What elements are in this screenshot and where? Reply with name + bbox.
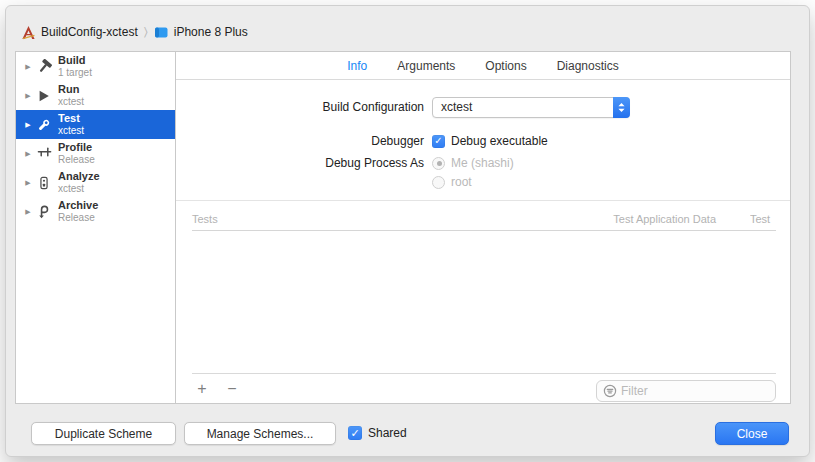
sidebar-item-label: Run [58, 83, 84, 96]
shared-label: Shared [368, 426, 407, 440]
dialog-footer: Duplicate Scheme Manage Schemes... ✓ Sha… [6, 422, 809, 446]
remove-test-button[interactable]: − [224, 380, 240, 398]
manage-schemes-button[interactable]: Manage Schemes... [184, 422, 336, 445]
sidebar-item-archive[interactable]: ▶ Archive Release [16, 197, 175, 226]
screen: BuildConfig-xctest 〉 iPhone 8 Plus ▶ Bui… [0, 0, 815, 462]
detail-tabbar: Info Arguments Options Diagnostics [176, 52, 790, 80]
shared-checkbox-row: ✓ Shared [348, 426, 407, 440]
close-button[interactable]: Close [715, 422, 789, 445]
disclosure-triangle-icon[interactable]: ▶ [22, 63, 34, 71]
debug-process-as-root-row: root [176, 173, 472, 191]
section-divider [176, 200, 790, 201]
scheme-detail-panel: Info Arguments Options Diagnostics Build… [175, 51, 791, 404]
filter-field[interactable] [596, 380, 776, 402]
breadcrumb-destination[interactable]: iPhone 8 Plus [174, 25, 248, 39]
wrench-icon [34, 118, 54, 132]
scheme-actions-sidebar: ▶ Build 1 target ▶ Run xctest ▶ [15, 51, 175, 404]
sidebar-item-label: Test [58, 112, 84, 125]
sidebar-item-sublabel: xctest [58, 96, 84, 108]
sidebar-item-label: Analyze [58, 170, 100, 183]
tab-diagnostics[interactable]: Diagnostics [557, 59, 619, 73]
build-configuration-popup[interactable]: xctest [432, 97, 630, 118]
sidebar-item-label: Profile [58, 141, 95, 154]
sidebar-item-label: Build [58, 54, 92, 67]
build-configuration-value: xctest [433, 100, 613, 114]
column-header-test: Test [750, 213, 776, 225]
sidebar-item-sublabel: xctest [58, 125, 84, 137]
sidebar-item-build[interactable]: ▶ Build 1 target [16, 52, 175, 81]
device-icon [154, 26, 169, 39]
edit-scheme-dialog: BuildConfig-xctest 〉 iPhone 8 Plus ▶ Bui… [5, 5, 810, 457]
breadcrumb-separator: 〉 [144, 25, 148, 39]
hammer-icon [34, 59, 54, 74]
debug-as-me-radio [432, 157, 445, 170]
disclosure-triangle-icon[interactable]: ▶ [22, 208, 34, 216]
column-header-test-application-data: Test Application Data [613, 213, 716, 225]
sidebar-item-test[interactable]: ▶ Test xctest [16, 110, 175, 139]
column-header-tests: Tests [192, 213, 613, 225]
caliper-icon [34, 146, 54, 161]
sidebar-item-sublabel: 1 target [58, 67, 92, 79]
disclosure-triangle-icon[interactable]: ▶ [22, 179, 34, 187]
duplicate-scheme-button[interactable]: Duplicate Scheme [31, 422, 176, 445]
play-icon [34, 89, 54, 103]
sidebar-item-label: Archive [58, 199, 98, 212]
debug-process-as-row: Debug Process As Me (shashi) [176, 154, 514, 172]
filter-input[interactable] [621, 384, 769, 398]
debugger-label: Debugger [176, 134, 432, 148]
debug-as-me-label: Me (shashi) [451, 156, 514, 170]
sidebar-item-run[interactable]: ▶ Run xctest [16, 81, 175, 110]
debug-executable-label: Debug executable [451, 134, 548, 148]
debugger-row: Debugger ✓ Debug executable [176, 132, 548, 150]
debug-executable-checkbox[interactable]: ✓ [432, 135, 445, 148]
sidebar-item-analyze[interactable]: ▶ Analyze xctest [16, 168, 175, 197]
shared-checkbox[interactable]: ✓ [348, 426, 362, 440]
disclosure-triangle-icon[interactable]: ▶ [22, 150, 34, 158]
tests-table-header: Tests Test Application Data Test [192, 207, 776, 231]
sidebar-item-sublabel: xctest [58, 183, 100, 195]
sidebar-item-sublabel: Release [58, 154, 95, 166]
debug-as-root-radio [432, 176, 445, 189]
build-configuration-label: Build Configuration [176, 100, 432, 114]
filter-icon [603, 384, 617, 398]
sidebar-item-profile[interactable]: ▶ Profile Release [16, 139, 175, 168]
build-configuration-row: Build Configuration xctest [176, 96, 630, 118]
archive-icon [34, 205, 54, 219]
debug-as-root-label: root [451, 175, 472, 189]
breadcrumb: BuildConfig-xctest 〉 iPhone 8 Plus [21, 22, 248, 42]
tab-options[interactable]: Options [485, 59, 526, 73]
xcode-project-icon [21, 25, 36, 40]
disclosure-triangle-icon[interactable]: ▶ [22, 121, 34, 129]
analyze-icon [34, 176, 54, 190]
debug-process-as-label: Debug Process As [176, 156, 432, 170]
add-test-button[interactable]: + [194, 380, 210, 398]
tests-table-body[interactable] [192, 232, 776, 372]
sidebar-item-sublabel: Release [58, 212, 98, 224]
tab-info[interactable]: Info [347, 59, 367, 73]
table-add-remove-controls: + − [194, 380, 240, 398]
disclosure-triangle-icon[interactable]: ▶ [22, 92, 34, 100]
popup-stepper-icon [613, 97, 630, 118]
breadcrumb-scheme[interactable]: BuildConfig-xctest [41, 25, 138, 39]
table-footer-divider [192, 373, 776, 374]
tab-arguments[interactable]: Arguments [397, 59, 455, 73]
